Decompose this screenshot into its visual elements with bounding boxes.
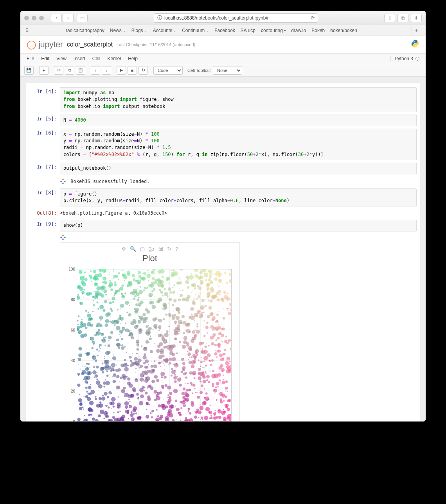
svg-point-114 [198,293,199,294]
svg-point-541 [86,292,88,294]
help-icon[interactable]: ? [175,246,178,252]
bookmark-item[interactable]: Bokeh [311,28,325,33]
svg-point-438 [164,288,166,290]
copy-button[interactable]: ⧉ [65,66,74,75]
pan-icon[interactable]: ✥ [122,246,126,252]
svg-point-1507 [206,326,207,328]
svg-point-600 [205,305,207,307]
cut-button[interactable]: ✂ [54,66,63,75]
notebook-name[interactable]: color_scatterplot [67,41,113,48]
reset-icon[interactable]: ↻ [167,246,171,252]
bookmark-item[interactable]: Accounts⌄ [153,28,176,33]
svg-point-84 [205,371,207,373]
plot-area[interactable] [77,269,232,421]
menu-kernel[interactable]: Kernel [108,56,121,61]
zoom-icon[interactable]: 🔍 [130,246,136,252]
svg-point-209 [221,383,222,384]
svg-point-621 [182,392,185,395]
celltoolbar-select[interactable]: None [213,66,242,75]
svg-point-1054 [92,347,94,349]
apps-icon[interactable]: ⠿ [25,27,29,34]
svg-point-437 [160,291,163,293]
wheelzoom-icon[interactable]: 0ρ [149,246,155,252]
reload-icon[interactable]: ⟳ [311,15,315,21]
boxzoom-icon[interactable]: ▢ [140,246,145,252]
url-bar[interactable]: ⓘ localhost:8888/notebooks/color_scatter… [154,13,318,23]
celltype-select[interactable]: Code [153,66,183,75]
bookmark-item[interactable]: draw.io [291,28,306,33]
code-cell[interactable]: x = np.random.random(size=N) * 100 y = n… [60,129,417,161]
svg-point-1450 [169,392,172,395]
add-cell-button[interactable]: + [39,66,49,75]
svg-point-1324 [147,287,149,289]
svg-point-803 [106,375,109,377]
svg-point-1246 [83,378,85,380]
menu-insert[interactable]: Insert [74,56,85,61]
svg-point-260 [223,375,224,376]
move-up-button[interactable]: ↑ [91,66,100,75]
paste-button[interactable]: 📋 [76,66,85,75]
svg-point-1433 [151,290,154,292]
share-button[interactable]: ⇧ [384,14,395,22]
save-icon[interactable]: 🖫 [158,246,163,252]
code-cell[interactable]: p = figure() p.circle(x, y, radius=radii… [60,188,417,207]
svg-point-404 [86,371,90,375]
downloads-button[interactable]: ⬇ [411,14,422,22]
bokeh-plot[interactable]: ✥ 🔍 ▢ 0ρ 🖫 ↻ ? Plot 020406080100 [60,242,240,421]
svg-point-1250 [104,418,105,419]
bookmark-item[interactable]: News⌄ [110,28,126,33]
move-down-button[interactable]: ↓ [102,66,111,75]
minimize-icon[interactable] [32,16,36,20]
svg-point-931 [77,384,80,387]
svg-point-125 [92,370,97,374]
svg-point-619 [80,347,80,347]
svg-point-1415 [226,404,229,407]
svg-point-634 [130,336,131,337]
restart-button[interactable]: ↻ [138,66,148,75]
bookmark-item[interactable]: radicalcartography [66,28,104,33]
notebook-area[interactable]: In [4]: import numpy as np from bokeh.pl… [20,77,426,421]
save-button[interactable]: 💾 [24,66,34,75]
bookmark-item[interactable]: SA ucp [241,28,255,33]
svg-point-1244 [198,410,202,414]
svg-point-110 [183,332,185,334]
code-cell[interactable]: output_notebook() [60,163,417,174]
menu-cell[interactable]: Cell [92,56,101,61]
svg-point-20 [189,275,194,280]
bookmark-item[interactable]: Blogs⌄ [131,28,147,33]
code-cell[interactable]: show(p) [60,220,417,231]
svg-point-55 [137,299,139,301]
sidebar-button[interactable]: ▭ [77,14,88,22]
svg-point-1474 [156,409,158,411]
svg-point-1344 [115,380,116,380]
code-cell[interactable]: N = 4000 [60,115,417,126]
menu-view[interactable]: View [56,56,67,61]
tabs-button[interactable]: ⧉ [397,14,408,22]
bookmark-item[interactable]: contouring ■ [261,28,286,33]
bookmark-item[interactable]: Facebook [214,28,235,33]
forward-button[interactable]: › [63,14,74,22]
bookmark-item[interactable]: Continuum⌄ [182,28,209,33]
y-axis: 020406080100 [63,269,77,421]
bookmark-item[interactable]: bokeh/bokeh [330,28,357,33]
svg-point-1382 [146,415,149,419]
svg-point-963 [201,299,204,302]
menu-edit[interactable]: Edit [41,56,49,61]
svg-point-1245 [95,351,95,352]
svg-point-256 [177,361,178,361]
new-tab-button[interactable]: + [412,26,421,35]
svg-point-76 [204,388,205,389]
svg-point-1188 [213,389,217,393]
svg-point-289 [117,308,119,310]
back-button[interactable]: ‹ [51,14,62,22]
menu-file[interactable]: File [27,56,34,61]
svg-point-761 [166,401,167,402]
stop-button[interactable]: ■ [128,66,137,75]
svg-point-331 [93,300,94,301]
zoom-icon[interactable] [39,16,44,20]
kernel-indicator[interactable]: Python 3 [390,56,419,61]
menu-help[interactable]: Help [128,56,138,61]
close-icon[interactable] [24,16,29,20]
run-button[interactable]: ▶ [117,66,126,75]
code-cell[interactable]: import numpy as np from bokeh.plotting i… [60,87,417,112]
